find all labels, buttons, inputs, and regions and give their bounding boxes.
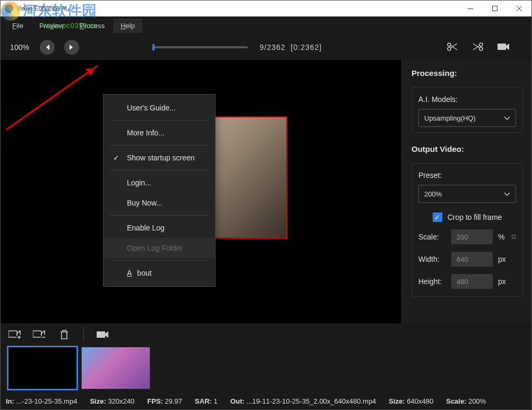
menu-show-startup[interactable]: ✓Show startup screen xyxy=(104,148,215,168)
svg-point-4 xyxy=(479,43,483,46)
menu-more-info[interactable]: More Info... xyxy=(104,123,215,143)
svg-rect-9 xyxy=(33,331,41,337)
height-label: Height: xyxy=(418,277,446,286)
menu-buy-now[interactable]: Buy Now... xyxy=(104,193,215,213)
slider-thumb[interactable] xyxy=(152,44,155,50)
chevron-down-icon xyxy=(504,115,510,121)
remove-clip-button[interactable] xyxy=(32,328,47,341)
cut-end-icon[interactable] xyxy=(472,42,484,53)
titlebar: Video Enhance AI xyxy=(1,1,531,16)
frame-counter: 9/2362 [0:2362] xyxy=(260,43,322,52)
menubar: File Preview Process Help xyxy=(1,16,531,35)
chevron-down-icon xyxy=(504,191,510,197)
svg-point-5 xyxy=(479,47,483,50)
model-select[interactable]: Upsampling(HQ) xyxy=(418,109,516,127)
zoom-percent[interactable]: 100% xyxy=(9,43,30,52)
menu-open-log-folder: Open Log Folder xyxy=(104,238,215,258)
svg-rect-0 xyxy=(468,8,473,9)
menu-help[interactable]: Help xyxy=(113,19,142,33)
svg-rect-1 xyxy=(493,6,497,11)
models-label: A.I. Models: xyxy=(418,95,516,104)
scale-input[interactable]: 200 xyxy=(451,229,493,244)
window-title: Video Enhance AI xyxy=(16,5,67,12)
minimize-button[interactable] xyxy=(458,1,483,16)
processing-header: Processing: xyxy=(411,69,523,78)
toolbar: 100% 9/2362 [0:2362] xyxy=(1,35,531,60)
camera-icon[interactable] xyxy=(497,42,510,53)
menu-preview[interactable]: Preview xyxy=(32,19,71,33)
delete-button[interactable] xyxy=(57,328,72,341)
preset-select[interactable]: 200% xyxy=(418,185,516,203)
output-header: Output Video: xyxy=(411,144,523,153)
svg-rect-7 xyxy=(8,331,17,337)
menu-users-guide[interactable]: User's Guide... xyxy=(104,98,215,118)
add-clip-button[interactable] xyxy=(8,328,23,341)
video-viewport[interactable]: User's Guide... More Info... ✓Show start… xyxy=(1,60,401,323)
clip-thumbnail[interactable] xyxy=(8,347,77,389)
height-input[interactable]: 480 xyxy=(451,274,493,289)
timeline-slider[interactable] xyxy=(152,46,248,48)
crop-checkbox[interactable]: ✓ xyxy=(433,212,442,222)
preset-label: Preset: xyxy=(418,171,516,180)
cut-start-icon[interactable] xyxy=(447,42,458,53)
svg-point-2 xyxy=(448,43,451,46)
annotation-arrow xyxy=(5,65,98,131)
width-input[interactable]: 640 xyxy=(451,252,493,267)
link-icon[interactable]: ⧉ xyxy=(511,233,516,241)
prev-frame-button[interactable] xyxy=(40,40,55,55)
menu-about[interactable]: About xyxy=(104,263,215,283)
statusbar: In: ...-23-10-25-35.mp4 Size: 320x240 FP… xyxy=(1,392,531,409)
clip-tray xyxy=(1,323,531,392)
settings-panel: Processing: A.I. Models: Upsampling(HQ) … xyxy=(401,60,531,323)
menu-login[interactable]: Login... xyxy=(104,173,215,193)
crop-label: Crop to fill frame xyxy=(448,213,502,221)
scale-label: Scale: xyxy=(418,233,446,241)
svg-rect-11 xyxy=(97,331,105,338)
menu-enable-log[interactable]: Enable Log xyxy=(104,218,215,238)
menu-file[interactable]: File xyxy=(5,19,31,33)
width-label: Width: xyxy=(418,255,446,263)
help-dropdown-menu: User's Guide... More Info... ✓Show start… xyxy=(103,94,216,287)
next-frame-button[interactable] xyxy=(64,40,79,55)
app-icon xyxy=(5,4,13,13)
svg-rect-6 xyxy=(497,44,506,50)
svg-point-3 xyxy=(448,47,451,50)
record-button[interactable] xyxy=(96,328,110,341)
menu-process[interactable]: Process xyxy=(72,19,112,33)
close-button[interactable] xyxy=(507,1,531,16)
maximize-button[interactable] xyxy=(483,1,507,16)
clip-thumbnail[interactable] xyxy=(81,347,150,389)
